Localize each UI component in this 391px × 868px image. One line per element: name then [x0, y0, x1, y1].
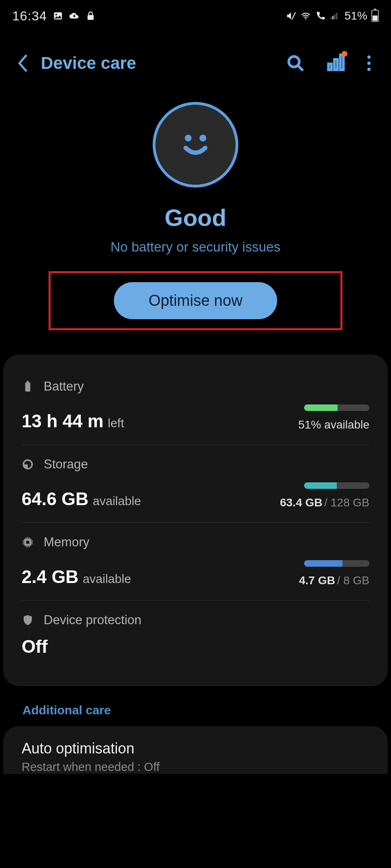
storage-suffix: available — [93, 494, 141, 508]
svg-line-9 — [298, 66, 303, 71]
battery-available: 51% available — [298, 418, 369, 431]
memory-suffix: available — [83, 572, 131, 585]
storage-row[interactable]: Storage 64.6 GB available 63.4 GB / 128 … — [22, 445, 369, 523]
storage-label: Storage — [44, 457, 88, 472]
device-protection-row[interactable]: Device protection Off — [22, 601, 369, 670]
additional-care-heading: Additional care — [22, 703, 391, 717]
status-smiley-icon — [153, 102, 238, 188]
protection-label: Device protection — [44, 613, 142, 627]
storage-used: 63.4 GB — [280, 496, 322, 509]
highlight-box: Optimise now — [49, 271, 342, 330]
device-status-hero: Good No battery or security issues Optim… — [0, 102, 391, 330]
status-subtitle: No battery or security issues — [0, 239, 391, 255]
memory-row[interactable]: Memory 2.4 GB available 4.7 GB / 8 GB — [22, 523, 369, 601]
call-wifi-icon — [315, 11, 326, 21]
search-icon[interactable] — [287, 54, 304, 72]
storage-row-icon — [22, 458, 34, 470]
svg-rect-11 — [334, 60, 337, 70]
notification-dot — [342, 51, 347, 57]
shield-icon — [22, 614, 34, 626]
svg-rect-10 — [329, 64, 331, 70]
svg-rect-16 — [27, 381, 29, 382]
memory-label: Memory — [44, 535, 89, 550]
svg-rect-7 — [336, 13, 338, 20]
memory-used: 4.7 GB — [299, 574, 335, 587]
svg-rect-12 — [340, 55, 343, 70]
wifi-icon — [300, 11, 311, 21]
data-usage-icon[interactable] — [327, 53, 345, 73]
lock-icon — [85, 11, 96, 21]
auto-optimisation-title: Auto optimisation — [22, 740, 369, 757]
memory-value: 2.4 GB — [22, 567, 78, 587]
svg-rect-6 — [334, 14, 335, 19]
battery-row[interactable]: Battery 13 h 44 m left 51% available — [22, 367, 369, 445]
battery-icon — [371, 10, 379, 22]
signal-icon — [330, 11, 339, 21]
memory-total: 8 GB — [343, 574, 369, 587]
page-title: Device care — [41, 53, 274, 73]
mute-icon — [286, 11, 296, 21]
battery-time: 13 h 44 m — [22, 411, 104, 431]
svg-point-14 — [200, 135, 207, 141]
svg-point-13 — [185, 135, 192, 141]
status-time: 16:34 — [12, 9, 47, 24]
app-header: Device care — [0, 29, 391, 86]
battery-label: Battery — [44, 379, 84, 394]
status-text: Good — [0, 204, 391, 231]
storage-total: 128 GB — [331, 496, 369, 509]
svg-rect-15 — [25, 382, 31, 392]
svg-point-8 — [289, 57, 300, 67]
image-icon — [53, 11, 63, 21]
auto-optimisation-row[interactable]: Auto optimisation Restart when needed : … — [22, 740, 369, 774]
metrics-card: Battery 13 h 44 m left 51% available Sto… — [3, 355, 388, 686]
additional-care-card: Auto optimisation Restart when needed : … — [3, 726, 388, 774]
memory-bar — [304, 560, 369, 567]
status-battery-percent: 51% — [344, 9, 367, 22]
optimise-now-button[interactable]: Optimise now — [114, 282, 277, 319]
svg-line-3 — [292, 12, 295, 19]
protection-value: Off — [22, 636, 369, 657]
cloud-download-icon — [69, 11, 80, 21]
storage-bar — [304, 482, 369, 489]
auto-optimisation-subtitle: Restart when needed : Off — [22, 760, 369, 774]
back-button[interactable] — [16, 53, 29, 73]
memory-row-icon — [22, 536, 34, 548]
status-bar: 16:34 51% — [0, 0, 391, 29]
svg-point-1 — [56, 14, 57, 15]
battery-row-icon — [22, 380, 34, 393]
more-options-button[interactable] — [367, 55, 371, 71]
battery-bar — [304, 404, 369, 411]
battery-suffix: left — [108, 416, 124, 430]
svg-rect-4 — [331, 18, 332, 20]
svg-rect-2 — [87, 15, 93, 20]
svg-rect-5 — [332, 16, 333, 19]
storage-value: 64.6 GB — [22, 489, 89, 509]
svg-rect-18 — [26, 541, 29, 544]
